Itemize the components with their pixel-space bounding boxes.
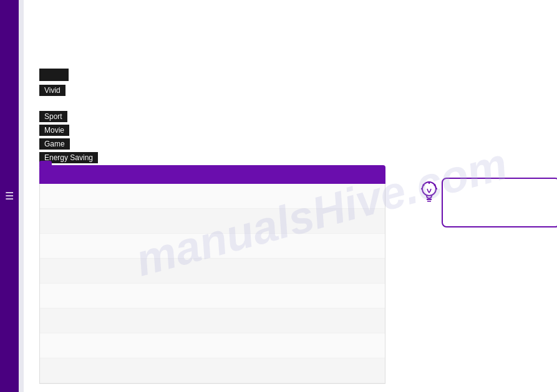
sidebar: ☰ [0, 0, 19, 392]
svg-point-0 [422, 182, 436, 196]
svg-line-5 [434, 184, 435, 186]
vivid-mode-item[interactable]: Vivid [39, 85, 65, 96]
table-row [40, 358, 385, 383]
table-row [40, 284, 385, 308]
table-row [40, 234, 385, 259]
table-row [40, 308, 385, 333]
menu-icon[interactable]: ☰ [5, 190, 14, 202]
table-row [40, 259, 385, 284]
picture-modes-panel: Vivid Sport Movie Game Energy Saving [39, 69, 98, 166]
table-row [40, 184, 385, 209]
table-body [39, 184, 385, 384]
tip-text-box [442, 178, 557, 227]
sport-mode-item[interactable]: Sport [39, 111, 67, 122]
main-content: manualsHive.com Vivid Sport Movie Game E… [24, 0, 557, 392]
table-row [40, 209, 385, 234]
settings-table [39, 165, 385, 384]
movie-mode-item[interactable]: Movie [39, 125, 69, 136]
svg-line-4 [423, 184, 424, 186]
selected-mode-bar[interactable] [39, 69, 69, 81]
tip-box-container [420, 178, 557, 227]
left-accent-bar [19, 0, 24, 392]
table-header [39, 165, 385, 184]
game-mode-item[interactable]: Game [39, 138, 70, 150]
lightbulb-icon [420, 181, 438, 210]
table-row [40, 333, 385, 358]
